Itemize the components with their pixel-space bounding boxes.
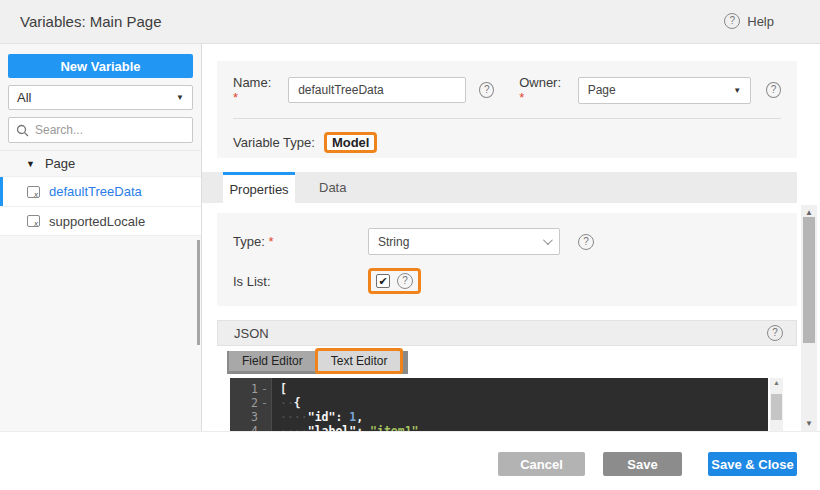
code-line: 2- ··{ [230,396,768,410]
json-section-title: JSON [234,326,269,341]
code-line: 4 ····"label": "item1", [230,424,768,431]
field-editor-button[interactable]: Field Editor [229,351,316,371]
help-icon[interactable]: ? [724,13,740,29]
variable-icon: x [27,215,40,227]
name-owner-row: Name: * ? Owner: * Page ▼ ? [233,75,781,105]
name-help-icon[interactable]: ? [479,82,494,98]
variable-type-value-highlighted: Model [324,132,378,153]
variables-tree: ▼ Page x defaultTreeData x supportedLoca… [0,150,201,236]
type-select[interactable]: String [368,228,560,255]
detail-tab-bar: Properties Data [202,172,797,203]
variable-type-label: Variable Type: [233,135,315,150]
caret-down-icon: ▼ [733,86,741,95]
save-and-close-button[interactable]: Save & Close [708,452,797,476]
chevron-down-icon [543,235,553,245]
variable-filter-value: All [17,90,31,105]
divider [233,118,781,119]
text-editor-button[interactable]: Text Editor [318,351,401,371]
code-line: 1- [ [230,382,768,396]
main-scrollbar-thumb[interactable] [803,217,815,343]
tree-item-defaulttreedata[interactable]: x defaultTreeData [0,176,201,206]
sidebar-scrollbar-thumb[interactable] [197,240,200,345]
check-icon: ✔ [378,275,387,288]
tree-collapse-icon[interactable]: ▼ [26,159,35,169]
variable-icon: x [27,186,40,198]
type-row: Type: * String ? [233,228,781,255]
page-title: Variables: Main Page [20,13,161,30]
tree-item-supportedlocale[interactable]: x supportedLocale [0,206,201,236]
is-list-highlight-box: ✔ ? [368,268,421,294]
owner-select[interactable]: Page ▼ [578,77,751,104]
editor-mode-toggle: Field Editor Text Editor [227,351,408,374]
is-list-label: Is List: [233,274,368,289]
tree-group-page[interactable]: ▼ Page [0,150,201,176]
new-variable-button[interactable]: New Variable [8,54,193,78]
editor-scrollbar-thumb[interactable] [771,394,782,420]
tab-data[interactable]: Data [305,172,360,203]
scroll-up-icon[interactable]: ▲ [770,379,783,386]
cancel-button[interactable]: Cancel [498,452,585,476]
variable-name-input[interactable] [288,77,466,103]
dialog-header: Variables: Main Page ? Help [0,0,820,44]
json-section-header: JSON ? [217,320,797,346]
owner-help-icon[interactable]: ? [766,82,781,98]
search-icon [16,124,29,137]
properties-panel: Type: * String ? Is List: ✔ ? [217,213,797,306]
is-list-help-icon[interactable]: ? [397,273,413,289]
json-code-editor[interactable]: 1- [ 2- ··{ 3 ····"id": 1, 4 ····"label"… [230,378,768,431]
type-help-icon[interactable]: ? [578,234,594,250]
variable-type-row: Variable Type: Model [233,132,781,153]
tree-group-label: Page [45,156,75,171]
variables-sidebar: New Variable All ▼ ▼ Page x defaultTreeD… [0,44,202,431]
editor-scrollbar[interactable]: ▲ [770,378,783,431]
scroll-up-icon[interactable]: ▲ [801,208,817,217]
help-label[interactable]: Help [747,14,774,29]
search-input[interactable] [35,123,165,137]
code-line: 3 ····"id": 1, [230,410,768,424]
json-help-icon[interactable]: ? [767,325,783,341]
save-button[interactable]: Save [603,452,682,476]
name-label: Name: * [233,75,276,105]
main-scrollbar[interactable]: ▲ ▼ [801,205,817,431]
variable-detail-pane: Name: * ? Owner: * Page ▼ ? Variable Typ… [202,44,797,431]
owner-value: Page [588,83,616,97]
is-list-checkbox[interactable]: ✔ [376,274,390,288]
tab-properties[interactable]: Properties [223,172,295,203]
tree-item-label: defaultTreeData [49,184,142,199]
fold-marker-icon[interactable]: - [261,382,267,396]
type-label: Type: * [233,234,368,249]
search-box[interactable] [8,117,193,143]
help-button[interactable]: ? Help [724,13,774,29]
is-list-row: Is List: ✔ ? [233,268,781,294]
type-value: String [378,235,409,249]
variable-filter-select[interactable]: All ▼ [8,85,193,110]
dialog-footer: Cancel Save Save & Close [0,431,820,490]
owner-label: Owner: * [519,75,566,105]
json-section-body: Field Editor Text Editor 1- [ 2- ··{ 3 ·… [217,346,797,431]
fold-marker-icon[interactable]: - [261,396,267,410]
caret-down-icon: ▼ [176,93,184,102]
variable-summary-panel: Name: * ? Owner: * Page ▼ ? Variable Typ… [217,61,797,158]
tree-item-label: supportedLocale [49,214,145,229]
scroll-down-icon[interactable]: ▼ [801,419,817,428]
